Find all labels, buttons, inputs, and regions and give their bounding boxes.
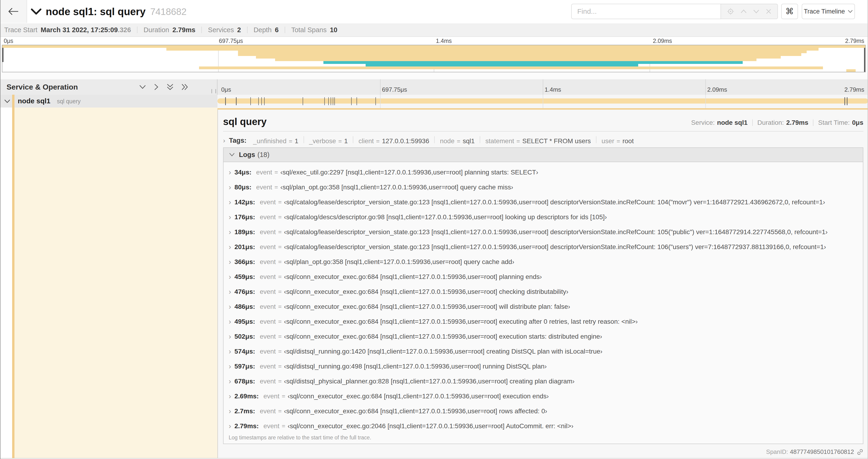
equals-sign: = [338, 138, 342, 144]
logs-footnote: Log timestamps are relative to the start… [229, 434, 371, 441]
log-row[interactable]: ›459μs:event=‹sql/conn_executor_exec.go:… [223, 269, 863, 284]
log-row[interactable]: ›476μs:event=‹sql/conn_executor_exec.go:… [223, 284, 863, 299]
timeline-ruler: 0μs697.75μs1.4ms2.09ms2.79ms [217, 79, 868, 95]
tags-row[interactable]: › Tags: _unfinished=1_verbose=1client=12… [223, 136, 634, 145]
stat-value: 6 [275, 26, 279, 34]
equals-sign: = [278, 243, 282, 251]
next-result-icon[interactable] [753, 9, 760, 13]
column-resize-grip[interactable] [211, 89, 216, 93]
minimap-right-scrubber[interactable] [864, 45, 865, 72]
span-tree-column [0, 107, 217, 458]
log-message: ‹sql/exec_util.go:2297 [nsql1,client=127… [280, 169, 538, 176]
log-timestamp: 2.79ms: [235, 422, 259, 430]
prev-result-icon[interactable] [740, 9, 747, 13]
log-row[interactable]: ›502μs:event=‹sql/conn_executor_exec.go:… [223, 329, 863, 344]
log-row[interactable]: ›678μs:event=‹sql/distsql_physical_plann… [223, 374, 863, 389]
minimap-tick-label: 697.75μs [219, 38, 243, 44]
log-tick-mark [847, 97, 847, 105]
chevron-right-icon: › [229, 407, 231, 415]
minimap-span[interactable] [166, 48, 819, 51]
bottom-border [0, 458, 868, 459]
collapse-all-icon[interactable] [166, 84, 174, 90]
log-timestamp: 366μs: [235, 258, 255, 266]
tags-items: _unfinished=1_verbose=1client=127.0.0.1:… [253, 136, 634, 145]
log-event-key: event [260, 407, 276, 415]
span-row-timeline[interactable] [217, 95, 868, 108]
equals-sign: = [278, 198, 282, 206]
minimap-tick-label: 2.79ms [845, 38, 864, 44]
collapse-one-icon[interactable] [139, 85, 146, 89]
collapse-trace-chevron[interactable] [31, 8, 41, 15]
log-row[interactable]: ›574μs:event=‹sql/distsql_running.go:142… [223, 344, 863, 359]
minimap-span[interactable] [199, 66, 823, 69]
header: node sql1: sql query7418682 Find... ⌘ Tr… [0, 0, 868, 23]
minimap-span[interactable] [238, 51, 807, 53]
minimap-span[interactable] [323, 61, 743, 64]
log-row[interactable]: ›34μs:event=‹sql/exec_util.go:2297 [nsql… [223, 165, 863, 180]
log-timestamp: 597μs: [235, 363, 255, 370]
log-timestamp: 574μs: [235, 348, 255, 355]
meta-value: 2.79ms [786, 119, 808, 126]
log-timestamp: 142μs: [235, 198, 255, 206]
equals-sign: = [274, 184, 278, 191]
divider [752, 120, 753, 126]
log-timestamp: 678μs: [235, 378, 255, 385]
minimap-span[interactable] [275, 59, 756, 61]
equals-sign: = [278, 273, 282, 280]
link-icon[interactable] [857, 449, 863, 455]
log-row[interactable]: ›201μs:event=‹sql/catalog/lease/descript… [223, 239, 863, 255]
operation-name: sql query [57, 98, 81, 105]
locate-icon[interactable] [727, 8, 734, 15]
log-message: ‹sql/conn_executor_exec.go:684 [nsql1,cl… [284, 273, 542, 281]
minimap-tick-label: 2.09ms [653, 38, 672, 44]
stat-value: 2.79ms [173, 26, 195, 34]
chevron-down-icon [229, 153, 235, 157]
log-tick-mark [264, 97, 265, 105]
chevron-down-icon [848, 10, 853, 13]
log-event-key: event [264, 422, 280, 430]
clear-find-icon[interactable] [766, 9, 771, 14]
minimap-tick-label: 1.4ms [436, 38, 452, 44]
span-detail-meta: Service:node sql1Duration:2.79msStart Ti… [691, 119, 863, 126]
log-row[interactable]: ›486μs:event=‹sql/conn_executor_exec.go:… [223, 299, 863, 314]
divider [285, 27, 285, 33]
log-row[interactable]: ›2.7ms:event=‹sql/conn_executor_exec.go:… [223, 404, 863, 419]
trace-view-selector[interactable]: Trace Timeline [802, 4, 855, 19]
keyboard-shortcuts-button[interactable]: ⌘ [781, 4, 798, 19]
log-message: ‹sql/conn_executor_exec.go:684 [nsql1,cl… [288, 393, 549, 400]
log-row[interactable]: ›80μs:event=‹sql/plan_opt.go:358 [nsql1,… [223, 180, 863, 195]
span-row-label[interactable]: node sql1 sql query [0, 95, 217, 107]
minimap-span[interactable] [256, 56, 780, 59]
ruler-gridline [543, 79, 543, 95]
log-row[interactable]: ›366μs:event=‹sql/plan_opt.go:358 [nsql1… [223, 255, 863, 269]
log-row[interactable]: ›189μs:event=‹sql/catalog/lease/descript… [223, 225, 863, 239]
log-row[interactable]: ›176μs:event=‹sql/catalog/descs/descript… [223, 210, 863, 225]
logs-header[interactable]: Logs (18) [223, 148, 863, 162]
log-timestamp: 34μs: [235, 169, 251, 176]
span-id-value: 4877749850101760812 [790, 448, 854, 456]
timeline-header: Service & Operation 0μs697.75μs1.4ms2.09… [0, 79, 868, 95]
find-input[interactable]: Find... [571, 4, 721, 19]
span-name[interactable]: node sql1 sql query [18, 95, 81, 107]
minimap-span[interactable] [2, 45, 865, 48]
minimap-span[interactable] [366, 64, 639, 66]
minimap-span[interactable] [846, 69, 856, 72]
expand-all-icon[interactable] [182, 84, 188, 91]
trace-minimap[interactable] [0, 45, 868, 72]
log-row[interactable]: ›2.79ms:event=‹sql/conn_executor_exec.go… [223, 419, 863, 434]
chevron-right-icon: › [229, 332, 231, 341]
chevron-right-icon: › [229, 392, 231, 400]
log-row[interactable]: ›495μs:event=‹sql/conn_executor_exec.go:… [223, 314, 863, 329]
meta-value: 0μs [852, 119, 863, 126]
log-timestamp: 189μs: [235, 228, 255, 236]
minimap-canvas[interactable] [2, 45, 866, 72]
back-button[interactable] [0, 0, 27, 23]
span-collapse-chevron[interactable] [4, 95, 10, 107]
chevron-right-icon: › [229, 347, 231, 356]
expand-one-icon[interactable] [154, 84, 159, 91]
minimap-span[interactable] [238, 53, 802, 56]
log-row[interactable]: ›142μs:event=‹sql/catalog/lease/descript… [223, 195, 863, 210]
log-row[interactable]: ›2.69ms:event=‹sql/conn_executor_exec.go… [223, 389, 863, 404]
log-row[interactable]: ›597μs:event=‹sql/distsql_running.go:498… [223, 359, 863, 374]
service-operation-header: Service & Operation [0, 79, 217, 95]
